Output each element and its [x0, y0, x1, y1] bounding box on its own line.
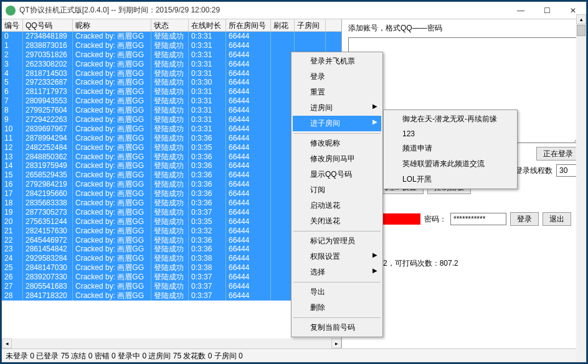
- login-button[interactable]: 登录: [510, 212, 539, 226]
- menu-item[interactable]: 进子房间▶: [293, 116, 381, 131]
- menu-item[interactable]: 选择▶: [293, 264, 381, 280]
- chevron-right-icon: ▶: [372, 267, 377, 274]
- menu-item[interactable]: 登录并飞机票: [293, 54, 381, 69]
- menu-item[interactable]: 进房间▶: [293, 100, 381, 116]
- col-qq[interactable]: QQ号码: [23, 19, 73, 31]
- table-row[interactable]: 02734848189Cracked by: 画眉GG登陆成功0:3:31664…: [2, 32, 341, 41]
- pwd-label: 密码：: [424, 214, 447, 225]
- scroll-right-icon[interactable]: ▸: [331, 338, 341, 348]
- menu-item[interactable]: 关闭送花: [293, 213, 381, 229]
- threads-label: 登录线程数: [515, 166, 552, 176]
- col-subroom[interactable]: 子房间: [295, 19, 326, 31]
- title-bar[interactable]: QT协议挂机正式版[2.0.4.0] -- 到期时间：2015/9/29 12:…: [2, 2, 586, 19]
- menu-item[interactable]: 修改房间马甲: [293, 151, 381, 167]
- table-row[interactable]: 12838873016Cracked by: 画眉GG登陆成功0:3:31664…: [2, 41, 341, 50]
- menu-item[interactable]: 重置: [293, 85, 381, 100]
- menu-item[interactable]: 修改昵称: [293, 136, 381, 151]
- chevron-right-icon: ▶: [372, 251, 377, 258]
- menu-item[interactable]: 导出: [293, 284, 381, 300]
- col-room[interactable]: 所在房间号: [226, 19, 271, 31]
- menu-item[interactable]: 复制当前号码: [293, 320, 381, 335]
- submenu-item[interactable]: 英雄联盟请来此频道交流: [385, 156, 516, 172]
- menu-item[interactable]: 删除: [293, 300, 381, 315]
- context-menu[interactable]: 登录并飞机票登录重置进房间▶进子房间▶修改昵称修改房间马甲显示QQ号码订阅启动送…: [291, 52, 383, 337]
- maximize-button[interactable]: ☐: [534, 2, 560, 19]
- submenu-item[interactable]: 123: [385, 127, 516, 141]
- chevron-right-icon: ▶: [372, 118, 377, 125]
- scroll-left-icon[interactable]: ◂: [2, 338, 12, 348]
- app-icon: [6, 6, 16, 16]
- menu-item[interactable]: 显示QQ号码: [293, 167, 381, 182]
- col-nick[interactable]: 昵称: [73, 19, 151, 31]
- table-header: 编号 QQ号码 昵称 状态 在线时长 所在房间号 刷花 子房间: [2, 19, 341, 32]
- add-account-label: 添加账号，格式QQ——密码: [348, 23, 580, 34]
- col-online[interactable]: 在线时长: [189, 19, 226, 31]
- col-index[interactable]: 编号: [2, 19, 23, 31]
- h-scrollbar[interactable]: ◂ ▸: [2, 338, 341, 348]
- col-flower[interactable]: 刷花: [271, 19, 295, 31]
- submenu-subroom[interactable]: 御龙在天-潜龙无双-再续前缘123频道申请英雄联盟请来此频道交流LOL开黑: [383, 110, 518, 189]
- exit-button[interactable]: 退出: [543, 212, 571, 226]
- window-title: QT协议挂机正式版[2.0.4.0] -- 到期时间：2015/9/29 12:…: [19, 5, 508, 16]
- chevron-right-icon: ▶: [372, 103, 377, 110]
- submenu-item[interactable]: 御龙在天-潜龙无双-再续前缘: [385, 111, 516, 127]
- col-status[interactable]: 状态: [151, 19, 189, 31]
- minimize-button[interactable]: —: [508, 2, 534, 19]
- pwd-input[interactable]: [450, 213, 506, 225]
- menu-item[interactable]: 启动送花: [293, 198, 381, 213]
- menu-item[interactable]: 标记为管理员: [293, 233, 381, 249]
- submenu-item[interactable]: LOL开黑: [385, 172, 516, 187]
- status-bar: 未登录 0 已登录 75 冻结 0 密错 0 登录中 0 进房间 75 发花数 …: [2, 348, 586, 362]
- menu-item[interactable]: 登录: [293, 69, 381, 85]
- menu-item[interactable]: 订阅: [293, 182, 381, 198]
- submenu-item[interactable]: 频道申请: [385, 141, 516, 156]
- login-now-button[interactable]: 正在登录: [536, 147, 580, 161]
- menu-item[interactable]: 权限设置▶: [293, 249, 381, 264]
